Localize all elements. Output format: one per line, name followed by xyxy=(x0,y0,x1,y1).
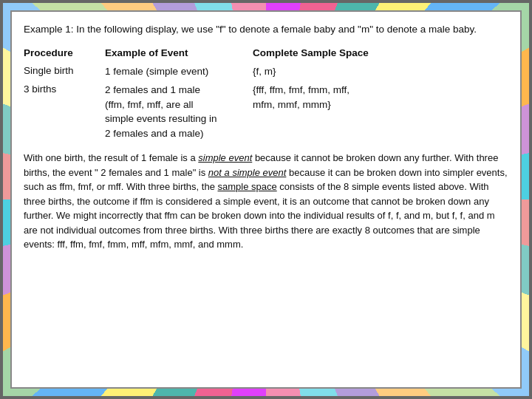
table-row-three-births: 3 births 2 females and 1 male (ffm, fmf,… xyxy=(24,83,508,140)
not-simple-event-ref: not a simple event xyxy=(208,167,287,178)
body-paragraph: With one birth, the result of 1 female i… xyxy=(24,151,508,252)
cell-procedure-single: Single birth xyxy=(24,64,105,76)
cell-event-single: 1 female (simple event) xyxy=(105,64,253,79)
simple-event-ref-1: simple event xyxy=(198,152,252,163)
content-panel: Example 1: In the following display, we … xyxy=(10,10,522,389)
data-table: Procedure Example of Event Complete Samp… xyxy=(24,47,508,141)
cell-event-three: 2 females and 1 male (ffm, fmf, mff, are… xyxy=(105,83,253,140)
header-space: Complete Sample Space xyxy=(253,47,508,58)
intro-text: Example 1: In the following display, we … xyxy=(24,22,508,37)
table-row-single-birth: Single birth 1 female (simple event) {f,… xyxy=(24,64,508,79)
cell-space-three: {fff, ffm, fmf, fmm, mff, mfm, mmf, mmm} xyxy=(253,83,508,112)
header-procedure: Procedure xyxy=(24,47,105,58)
header-event: Example of Event xyxy=(105,47,253,58)
table-header-row: Procedure Example of Event Complete Samp… xyxy=(24,47,508,58)
cell-procedure-three: 3 births xyxy=(24,83,105,95)
cell-space-single: {f, m} xyxy=(253,64,508,79)
sample-space-ref: sample space xyxy=(218,181,277,192)
